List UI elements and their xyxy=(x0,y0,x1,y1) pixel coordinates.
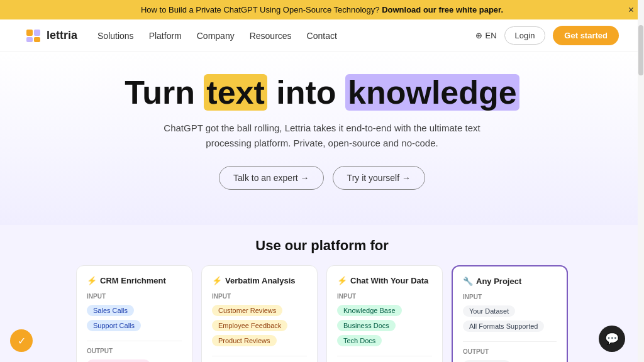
hero-title: Turn text into knowledge xyxy=(25,75,619,111)
try-it-yourself-button[interactable]: Try it yourself → xyxy=(333,166,425,190)
input-tag-2-2: Tech Docs xyxy=(337,335,382,346)
check-icon: ✓ xyxy=(18,335,26,347)
nav-right: ⊕ EN Login Get started xyxy=(475,26,619,45)
card-icon-3: 🔧 xyxy=(463,277,473,286)
get-started-button[interactable]: Get started xyxy=(553,26,619,45)
input-tag-2-1: Business Docs xyxy=(337,320,396,331)
hero-title-knowledge: knowledge xyxy=(345,74,519,111)
card-output-label-3: Output xyxy=(463,348,557,355)
card-input-label-0: Input xyxy=(87,293,182,300)
logo-text: lettria xyxy=(47,29,77,42)
svg-rect-0 xyxy=(26,30,33,36)
nav-solutions[interactable]: Solutions xyxy=(97,31,134,41)
cards-row: ⚡ CRM EnrichmentInputSales CallsSupport … xyxy=(25,265,619,362)
platform-card-1[interactable]: ⚡ Verbatim AnalysisInputCustomer Reviews… xyxy=(201,265,318,362)
nav-links: Solutions Platform Company Resources Con… xyxy=(97,30,337,41)
card-icon-0: ⚡ xyxy=(87,276,97,285)
logo[interactable]: lettria xyxy=(25,27,77,45)
announcement-banner: How to Build a Private ChatGPT Using Ope… xyxy=(0,0,644,19)
svg-rect-1 xyxy=(34,30,40,36)
chat-icon: 💬 xyxy=(605,332,619,346)
hero-title-mid: into xyxy=(267,74,345,111)
lettria-bubble-button[interactable]: ✓ xyxy=(10,329,33,352)
card-icon-2: ⚡ xyxy=(337,276,347,285)
input-tag-1-0: Customer Reviews xyxy=(212,305,282,316)
card-output-label-0: Output xyxy=(87,348,182,354)
svg-rect-3 xyxy=(34,37,40,42)
card-divider-3 xyxy=(463,341,557,342)
chat-bubble-button[interactable]: 💬 xyxy=(599,326,625,352)
login-button[interactable]: Login xyxy=(504,26,546,45)
hero-buttons: Talk to an expert → Try it yourself → xyxy=(25,166,619,190)
hero-subtitle: ChatGPT got the ball rolling, Lettria ta… xyxy=(146,121,498,151)
platform-card-0[interactable]: ⚡ CRM EnrichmentInputSales CallsSupport … xyxy=(76,265,192,362)
banner-close-button[interactable]: × xyxy=(628,4,634,16)
svg-rect-2 xyxy=(26,37,33,42)
card-title-3: 🔧 Any Project xyxy=(463,277,557,286)
nav-contact[interactable]: Contact xyxy=(307,31,337,41)
output-tag-0-0: Auto-Filled CRM xyxy=(87,359,150,362)
navbar: lettria Solutions Platform Company Resou… xyxy=(0,19,644,52)
card-divider-0 xyxy=(87,341,182,341)
platform-section: Use our platform for ⚡ CRM EnrichmentInp… xyxy=(0,225,644,362)
banner-text: How to Build a Private ChatGPT Using Ope… xyxy=(141,5,380,14)
logo-icon xyxy=(25,27,43,45)
hero-title-text: text xyxy=(204,74,267,111)
globe-icon: ⊕ xyxy=(475,31,482,40)
card-divider-2 xyxy=(337,356,432,356)
hero-title-pre: Turn xyxy=(125,74,204,111)
card-title-2: ⚡ Chat With Your Data xyxy=(337,276,432,285)
nav-resources[interactable]: Resources xyxy=(250,31,292,41)
input-tag-2-0: Knowledge Base xyxy=(337,305,402,316)
language-selector[interactable]: ⊕ EN xyxy=(475,31,496,40)
nav-platform[interactable]: Platform xyxy=(149,31,182,41)
platform-title: Use our platform for xyxy=(25,238,619,254)
card-icon-1: ⚡ xyxy=(212,276,222,285)
input-tag-3-0: Your Dataset xyxy=(463,305,515,317)
card-input-label-3: Input xyxy=(463,293,557,300)
input-tag-0-0: Sales Calls xyxy=(87,305,134,316)
input-tag-0-1: Support Calls xyxy=(87,320,141,331)
nav-company[interactable]: Company xyxy=(197,31,235,41)
input-tag-3-1: All Formats Supported xyxy=(463,321,544,332)
talk-to-expert-button[interactable]: Talk to an expert → xyxy=(219,166,324,190)
card-input-label-1: Input xyxy=(212,293,307,300)
input-tag-1-2: Product Reviews xyxy=(212,335,277,346)
hero-section: Turn text into knowledge ChatGPT got the… xyxy=(0,52,644,225)
card-input-label-2: Input xyxy=(337,293,432,300)
card-divider-1 xyxy=(212,356,307,356)
scrollbar[interactable] xyxy=(638,0,644,362)
platform-card-2[interactable]: ⚡ Chat With Your DataInputKnowledge Base… xyxy=(326,265,443,362)
banner-cta[interactable]: Download our free white paper. xyxy=(382,5,503,14)
input-tag-1-1: Employee Feedback xyxy=(212,320,287,331)
card-title-0: ⚡ CRM Enrichment xyxy=(87,276,182,285)
platform-card-3[interactable]: 🔧 Any ProjectInputYour DatasetAll Format… xyxy=(452,265,568,362)
scrollbar-thumb[interactable] xyxy=(638,25,643,75)
lang-label: EN xyxy=(485,31,496,40)
card-title-1: ⚡ Verbatim Analysis xyxy=(212,276,307,285)
